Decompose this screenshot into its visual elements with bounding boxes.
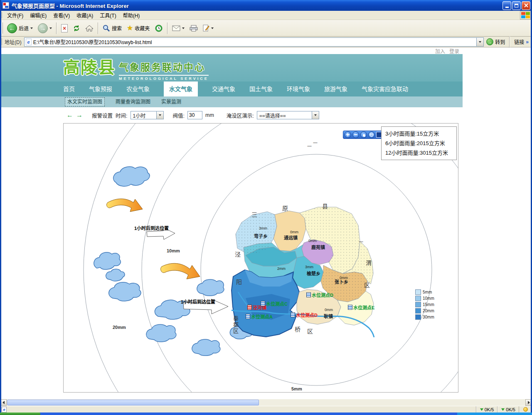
hydrology-map[interactable]: 3小时面雨量:15立方米6小时面雨量:2015立方米12小时面雨量:3015立方…: [63, 123, 458, 393]
menu-item[interactable]: 编辑(E): [27, 10, 50, 20]
chevron-down-icon: [314, 114, 317, 116]
map-label: 鹿苑镇: [311, 244, 325, 250]
select-dropdown-button[interactable]: [156, 111, 163, 119]
subnav-tab[interactable]: 实景监测: [161, 99, 181, 105]
map-label[interactable]: 水位测点D: [306, 291, 333, 298]
links-menu[interactable]: 链接 »: [512, 38, 532, 45]
favorites-button[interactable]: ★ 收藏夹: [124, 21, 152, 35]
top-link[interactable]: 登录: [449, 47, 459, 54]
refresh-button[interactable]: [70, 21, 83, 35]
map-label: 区: [307, 327, 313, 335]
forward-button[interactable]: →: [35, 21, 54, 35]
map-label: 3mm: [259, 226, 267, 230]
separator: [509, 36, 510, 48]
address-dropdown-button[interactable]: [476, 38, 483, 46]
search-button[interactable]: 搜索: [100, 21, 124, 35]
menu-item[interactable]: 收藏(A): [73, 10, 96, 20]
menu-item[interactable]: 工具(T): [96, 10, 119, 20]
menu-item[interactable]: 帮助(H): [120, 10, 143, 20]
nav-tab[interactable]: 农业气象: [126, 82, 150, 96]
nav-tab[interactable]: 气象预报: [89, 82, 112, 96]
nav-tab[interactable]: 气象灾害应急联动: [362, 82, 408, 96]
map-label: 5mm: [291, 386, 302, 391]
stop-button[interactable]: ×: [59, 21, 70, 35]
home-button[interactable]: [83, 21, 96, 35]
select-dropdown-button[interactable]: [312, 111, 319, 119]
transfer-rate-text: 0K/5: [506, 407, 515, 412]
threshold-label: 阀值:: [173, 111, 185, 119]
refresh-icon: [73, 25, 80, 32]
address-input[interactable]: e E:\气象台\原型20110530\原型20110530\swyb-list…: [24, 37, 484, 47]
windows-logo-icon: [520, 11, 531, 20]
map-label: 0mm: [325, 308, 333, 312]
history-icon: [155, 24, 163, 32]
edit-button[interactable]: [200, 21, 216, 35]
map-label: 秦都区: [232, 316, 239, 334]
window-border: [0, 0, 1, 415]
maximize-button[interactable]: [512, 1, 521, 10]
nav-tab[interactable]: 首页: [63, 82, 75, 96]
map-label: 泾: [235, 250, 241, 258]
map-label: 弯子乡: [254, 232, 268, 239]
back-button[interactable]: ← 后退: [5, 21, 35, 35]
go-label: 转到: [495, 38, 505, 45]
menu-item[interactable]: 文件(F): [4, 10, 27, 20]
transfer-rate-text: 0K/5: [485, 407, 494, 412]
separator: [167, 22, 168, 34]
standard-toolbar: ← 后退 → ×: [0, 20, 532, 37]
mail-dropdown-icon: [182, 27, 185, 29]
nav-tab[interactable]: 环境气象: [287, 82, 310, 96]
top-link[interactable]: 加入: [435, 47, 445, 54]
favorites-icon: ★: [127, 25, 133, 32]
start-button[interactable]: [0, 413, 40, 415]
logo-county-text: 高陵县: [63, 56, 116, 79]
minimize-button[interactable]: [502, 1, 511, 10]
chevron-down-icon: [479, 41, 481, 43]
back-arrow-icon[interactable]: ←: [66, 112, 73, 119]
map-label: 通远镇: [284, 234, 298, 241]
map-label: 原: [282, 204, 288, 212]
nav-tab[interactable]: 旅游气象: [324, 82, 347, 96]
map-label: 渭: [366, 258, 372, 267]
time-select-value: 1小时: [131, 112, 156, 119]
home-icon: [85, 25, 94, 32]
nav-tab[interactable]: 水文气象: [164, 82, 198, 96]
mail-button[interactable]: [170, 21, 187, 35]
main-navigation: 首页气象预报农业气象水文气象交通气象国土气象环境气象旅游气象气象灾害应急联动: [0, 82, 463, 96]
title-bar[interactable]: 气象预报页面原型 - Microsoft Internet Explorer: [0, 0, 532, 11]
threshold-input[interactable]: [187, 111, 202, 119]
map-label[interactable]: 水位测点C: [261, 300, 288, 307]
go-icon: →: [486, 38, 493, 45]
forward-arrow-icon[interactable]: →: [76, 112, 83, 119]
toolbar-grip[interactable]: [2, 22, 3, 34]
map-label[interactable]: 水位测点E: [348, 304, 374, 311]
map-label: 区: [364, 281, 370, 289]
map-label: 一: [313, 139, 318, 146]
go-button[interactable]: → 转到: [484, 37, 507, 46]
download-arrow-icon: [480, 408, 483, 411]
close-button[interactable]: [522, 1, 530, 10]
nav-tab[interactable]: 交通气象: [212, 82, 235, 96]
triangle-right-icon: [528, 401, 530, 404]
search-icon: [103, 25, 110, 32]
map-label[interactable]: 水位测点D: [291, 311, 318, 318]
subnav-tab[interactable]: 水文实时监测图: [65, 97, 105, 106]
history-button[interactable]: [152, 21, 165, 35]
subnav-tab[interactable]: 雨量查询监测图: [116, 99, 150, 105]
menu-item[interactable]: 查看(V): [50, 10, 73, 20]
logo-title-text: 气象服务联动中心: [119, 59, 209, 74]
system-tray[interactable]: [457, 413, 532, 415]
flood-area-select[interactable]: ==请选择==: [257, 111, 319, 119]
map-label: 耿镇: [324, 313, 333, 319]
scrollbar-thumb[interactable]: [7, 400, 259, 405]
nav-tab[interactable]: 国土气象: [249, 82, 273, 96]
map-label: 桥: [295, 325, 301, 333]
stop-icon: ×: [61, 24, 68, 32]
windows-taskbar[interactable]: [0, 413, 532, 415]
horizontal-scrollbar[interactable]: [0, 399, 532, 406]
print-button[interactable]: [187, 21, 200, 35]
time-select[interactable]: 1小时: [131, 111, 164, 119]
map-label[interactable]: 水位测点A: [246, 313, 273, 320]
address-bar: 地址(D) e E:\气象台\原型20110530\原型20110530\swy…: [0, 37, 532, 47]
map-label: 0mm: [340, 276, 348, 280]
